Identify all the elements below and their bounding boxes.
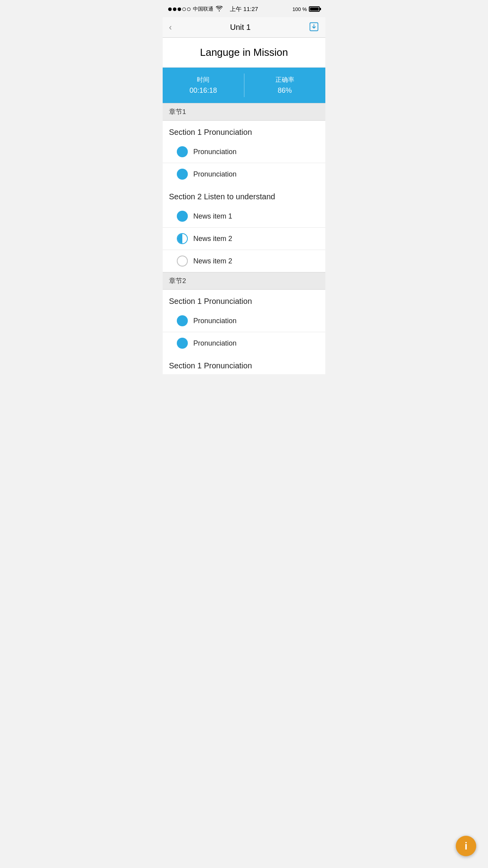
list-item[interactable]: Pronunciation xyxy=(163,141,325,163)
list-item[interactable]: Pronunciation xyxy=(163,332,325,354)
chapter-1-label: 章节1 xyxy=(163,103,325,121)
section-1-2-title: Section 2 Listen to understand xyxy=(163,185,325,205)
chapter-2: 章节2 Section 1 Pronunciation Pronunciatio… xyxy=(163,272,325,374)
stats-bar: 时间 00:16:18 正确率 86% xyxy=(163,68,325,103)
accuracy-label: 正确率 xyxy=(275,76,294,84)
signal-dot-2 xyxy=(173,7,176,11)
list-item[interactable]: News item 2 xyxy=(163,250,325,272)
list-item[interactable]: News item 2 xyxy=(163,228,325,250)
item-label: News item 2 xyxy=(193,257,232,265)
item-label: Pronunciation xyxy=(193,148,237,156)
page-title: Languge in Mission xyxy=(169,46,319,59)
list-item[interactable]: Pronunciation xyxy=(163,310,325,332)
section-2-1-title: Section 1 Pronunciation xyxy=(163,290,325,310)
item-label: News item 1 xyxy=(193,212,232,221)
icon-full xyxy=(177,211,188,222)
item-label: Pronunciation xyxy=(193,170,237,178)
signal-dots xyxy=(168,7,191,11)
section-2-2-title: Section 1 Pronunciation xyxy=(163,354,325,374)
item-label: Pronunciation xyxy=(193,339,237,348)
page-title-section: Languge in Mission xyxy=(163,38,325,68)
status-right: 100 % xyxy=(292,6,320,12)
icon-full xyxy=(177,338,188,349)
time-label: 时间 xyxy=(197,76,209,84)
section-1-2: Section 2 Listen to understand News item… xyxy=(163,185,325,272)
stats-time: 时间 00:16:18 xyxy=(163,76,244,95)
download-button[interactable] xyxy=(309,22,319,33)
status-bar: 中国联通 上午 11:27 100 % xyxy=(163,0,325,17)
signal-dot-5 xyxy=(187,7,191,11)
icon-full xyxy=(177,315,188,326)
section-1-1: Section 1 Pronunciation Pronunciation Pr… xyxy=(163,121,325,185)
carrier-label: 中国联通 xyxy=(193,6,213,13)
signal-dot-4 xyxy=(182,7,186,11)
chapter-2-label: 章节2 xyxy=(163,272,325,290)
list-item[interactable]: News item 1 xyxy=(163,205,325,228)
list-item[interactable]: Pronunciation xyxy=(163,163,325,185)
item-label: Pronunciation xyxy=(193,317,237,325)
item-label: News item 2 xyxy=(193,235,232,243)
section-2-1: Section 1 Pronunciation Pronunciation Pr… xyxy=(163,290,325,354)
time-value: 00:16:18 xyxy=(189,86,217,95)
battery-percentage: 100 % xyxy=(292,6,307,12)
nav-bar: ‹ Unit 1 xyxy=(163,17,325,38)
chapter-1: 章节1 Section 1 Pronunciation Pronunciatio… xyxy=(163,103,325,272)
status-left: 中国联通 xyxy=(168,6,223,13)
back-button[interactable]: ‹ xyxy=(169,23,172,32)
accuracy-value: 86% xyxy=(278,86,292,95)
download-icon xyxy=(309,22,319,32)
stats-accuracy: 正确率 86% xyxy=(244,76,326,95)
signal-dot-3 xyxy=(178,7,181,11)
battery-fill xyxy=(310,7,319,11)
icon-full xyxy=(177,146,188,157)
wifi-icon xyxy=(216,6,223,13)
battery-icon xyxy=(309,6,320,12)
nav-title: Unit 1 xyxy=(230,23,251,32)
icon-half xyxy=(177,233,188,244)
icon-full xyxy=(177,169,188,180)
status-time: 上午 11:27 xyxy=(230,6,258,13)
section-1-1-title: Section 1 Pronunciation xyxy=(163,121,325,141)
signal-dot-1 xyxy=(168,7,172,11)
icon-empty xyxy=(177,256,188,267)
section-2-2: Section 1 Pronunciation xyxy=(163,354,325,374)
